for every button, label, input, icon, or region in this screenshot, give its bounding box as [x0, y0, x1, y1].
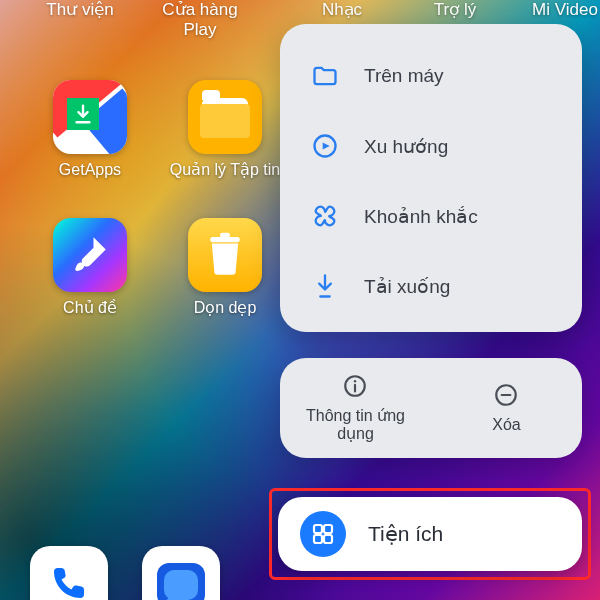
menu-label-moments: Khoảnh khắc [364, 205, 478, 228]
folder-outline-icon [308, 59, 342, 93]
dock [30, 546, 254, 600]
svg-rect-11 [324, 535, 332, 543]
app-themes[interactable]: Chủ đề [30, 218, 150, 336]
menu-label-trending: Xu hướng [364, 135, 448, 158]
play-circle-icon [308, 129, 342, 163]
svg-rect-8 [314, 525, 322, 533]
widgets-button[interactable]: Tiện ích [278, 497, 582, 571]
chat-bubble-icon [157, 563, 205, 600]
menu-item-moments[interactable]: Khoảnh khắc [290, 188, 572, 244]
brush-icon [53, 218, 127, 292]
app-label-themes: Chủ đề [63, 298, 117, 336]
home-grid: GetApps Quản lý Tập tin Chủ đề Dọn dẹp [30, 80, 300, 356]
app-label-playstore: Cửa hàng Play [140, 0, 260, 42]
widgets-label: Tiện ích [368, 522, 443, 546]
moments-icon [308, 199, 342, 233]
widgets-grid-icon [300, 511, 346, 557]
app-label-cleaner: Dọn dẹp [194, 298, 257, 336]
phone-icon [49, 563, 89, 600]
app-shortcut-menu: Trên máy Xu hướng Khoảnh khắc Tải xuống [280, 24, 582, 332]
menu-item-local[interactable]: Trên máy [290, 48, 572, 104]
info-circle-icon [342, 373, 370, 401]
menu-label-local: Trên máy [364, 65, 444, 87]
svg-rect-9 [324, 525, 332, 533]
action-label-remove: Xóa [492, 416, 520, 434]
remove-circle-icon [493, 382, 521, 410]
menu-item-trending[interactable]: Xu hướng [290, 118, 572, 174]
menu-label-downloads: Tải xuống [364, 275, 450, 298]
app-label-library: Thư viện [20, 0, 140, 42]
action-app-info[interactable]: Thông tin ứng dụng [286, 373, 426, 443]
app-label-music: Nhạc [282, 0, 402, 22]
widgets-highlight-frame: Tiện ích [269, 488, 591, 580]
download-icon [308, 269, 342, 303]
action-remove[interactable]: Xóa [437, 382, 577, 434]
trash-icon [188, 218, 262, 292]
app-label-assistant: Trợ lý [395, 0, 515, 22]
svg-point-5 [353, 380, 355, 382]
action-label-info: Thông tin ứng dụng [286, 407, 426, 443]
app-messages[interactable] [142, 546, 220, 600]
app-label-mivideo: Mi Video [505, 0, 600, 22]
app-file-manager[interactable]: Quản lý Tập tin [165, 80, 285, 198]
app-label-file-manager: Quản lý Tập tin [170, 160, 280, 198]
getapps-icon [53, 80, 127, 154]
download-arrow-icon [67, 98, 99, 130]
app-getapps[interactable]: GetApps [30, 80, 150, 198]
app-phone[interactable] [30, 546, 108, 600]
svg-rect-1 [220, 233, 230, 238]
svg-rect-10 [314, 535, 322, 543]
folder-icon [188, 80, 262, 154]
app-actions-bar: Thông tin ứng dụng Xóa [280, 358, 582, 458]
app-label-getapps: GetApps [59, 160, 121, 198]
menu-item-downloads[interactable]: Tải xuống [290, 258, 572, 314]
app-cleaner[interactable]: Dọn dẹp [165, 218, 285, 336]
